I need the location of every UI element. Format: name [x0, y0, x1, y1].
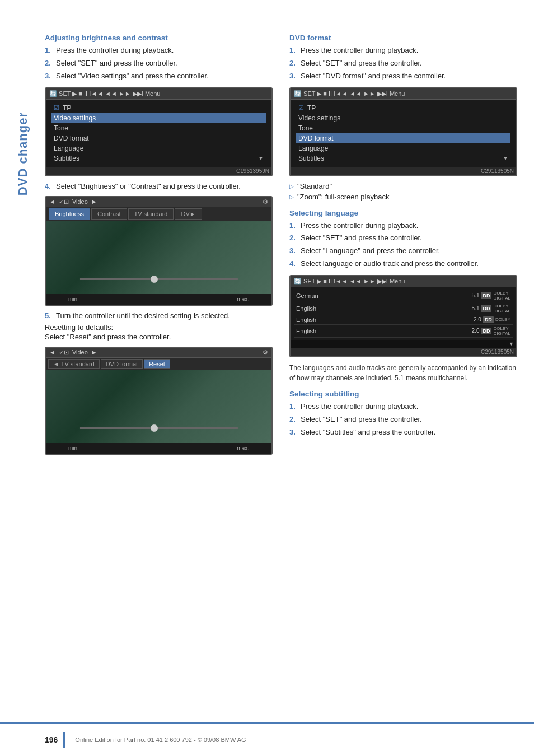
tab-tv-standard[interactable]: TV standard: [128, 208, 174, 220]
main-content: Adjusting brightness and contrast 1. Pre…: [45, 17, 517, 460]
section-title-language: Selecting language: [289, 209, 517, 217]
scroll-arrow: ▼: [258, 155, 264, 161]
menu-item-label: Tone: [54, 124, 68, 132]
step-num: 2.: [289, 414, 297, 425]
menu-item-label: Tone: [298, 124, 313, 132]
tab-tv-standard-reset[interactable]: ◄ TV standard: [48, 359, 100, 369]
arrow-icon: ▷: [289, 194, 294, 200]
menu-item-label: Language: [298, 144, 328, 152]
dolby-badge: DD: [481, 305, 491, 312]
step-num: 1.: [289, 402, 297, 412]
step-text: Turn the controller until the desired se…: [56, 311, 230, 320]
toolbar-right-arrow: ►: [91, 349, 97, 356]
tab-brightness[interactable]: Brightness: [49, 208, 90, 220]
arrow-item: ▷ "Standard": [289, 182, 517, 190]
tab-dv[interactable]: DV►: [175, 208, 202, 220]
lang-screen-footer: ▼: [291, 340, 516, 348]
screen-brightness: ◄ ✓⊡ Video ► ⚙ Brightness Contrast TV st…: [45, 196, 273, 306]
step-num: 2.: [45, 58, 53, 69]
step-text: Select language or audio track and press…: [301, 259, 479, 269]
channel-count: 2.0: [472, 328, 480, 334]
footer-text: Online Edition for Part no. 01 41 2 600 …: [75, 736, 246, 743]
step-text: Select "SET" and press the controller.: [301, 58, 422, 69]
toolbar-right-arrow: ►: [91, 198, 97, 205]
reset-slider-track: [79, 427, 237, 429]
toolbar-text: 🔄 SET ▶ ■ II I◄◄ ◄◄ ►► ▶▶I Menu: [294, 90, 405, 97]
dolby-text: DOLBYDIGITAL: [493, 304, 510, 314]
dolby-text: DOLBYDIGITAL: [493, 326, 510, 336]
step-text: Select "Language" and press the controll…: [301, 246, 440, 256]
step-text: Select "DVD format" and press the contro…: [301, 71, 446, 82]
reset-video-preview: [46, 370, 271, 443]
language-steps: 1. Press the controller during playback.…: [289, 221, 517, 269]
list-item: 1. Press the controller during playback.: [289, 45, 517, 56]
step-num: 5.: [45, 311, 53, 320]
list-item: 3. Select "Video settings" and press the…: [45, 71, 273, 82]
reset-slider-handle[interactable]: [151, 424, 158, 432]
tab-dvd-format-reset[interactable]: DVD format: [101, 359, 143, 369]
list-item: 4. Select language or audio track and pr…: [289, 259, 517, 269]
section-title-dvd-format: DVD format: [289, 34, 517, 42]
menu-item: Video settings: [296, 113, 510, 123]
lang-badge: 2.0 DD DOLBY: [474, 316, 510, 323]
step-num: 3.: [289, 71, 297, 82]
menu-item: DVD format: [51, 133, 266, 143]
scroll-arrow: ▼: [503, 155, 508, 161]
menu-item: ☑ TP: [296, 103, 510, 113]
lang-row: German 5.1 DD DOLBYDIGITAL: [294, 290, 513, 302]
section-title-brightness: Adjusting brightness and contrast: [45, 34, 273, 42]
toolbar-title: Video: [72, 198, 88, 205]
dolby-text: DOLBY: [495, 317, 510, 322]
channel-count: 5.1: [472, 305, 480, 311]
left-column: Adjusting brightness and contrast 1. Pre…: [45, 34, 273, 460]
step-text: Select "Video settings" and press the co…: [56, 71, 209, 82]
menu-item-label: Video settings: [298, 114, 340, 122]
toolbar-icon: ✓⊡: [59, 198, 69, 206]
settings-icon: ⚙: [263, 349, 268, 356]
list-item: 1. Press the controller during playback.: [45, 45, 273, 56]
screen-note-2: C29113505N: [291, 167, 516, 175]
scroll-arrow: ▼: [509, 341, 514, 347]
page-container: DVD changer Adjusting brightness and con…: [0, 0, 534, 756]
lang-name: English: [296, 316, 316, 323]
menu-item-highlighted: Video settings: [51, 113, 266, 123]
check-icon: ☑: [298, 104, 304, 111]
step-num: 4.: [289, 259, 297, 269]
menu-item: ☑ TP: [51, 103, 266, 113]
channel-count: 2.0: [474, 316, 481, 323]
dolby-badge: DD: [483, 316, 494, 323]
step-text: Select "SET" and press the controller.: [56, 58, 177, 69]
subtitling-steps: 1. Press the controller during playback.…: [289, 402, 517, 438]
menu-item: Tone: [51, 123, 266, 133]
arrow-text: "Zoom": full-screen playback: [297, 193, 390, 201]
step-text: Select "Subtitles" and press the control…: [301, 427, 435, 438]
max-label: max.: [237, 445, 249, 451]
step-num: 3.: [289, 246, 297, 256]
screen-note-lang: C29113505N: [291, 348, 516, 356]
step5: 5. Turn the controller until the desired…: [45, 311, 273, 320]
step-text: Press the controller during playback.: [301, 45, 418, 56]
brightness-slider-track: [79, 278, 237, 280]
step-num: 2.: [289, 233, 297, 244]
brightness-steps-list: 1. Press the controller during playback.…: [45, 45, 273, 82]
brightness-slider-handle[interactable]: [151, 276, 158, 283]
menu-item-label: Video settings: [54, 114, 96, 122]
footer: 196 Online Edition for Part no. 01 41 2 …: [0, 722, 534, 756]
menu-item-highlighted: DVD format: [296, 133, 510, 143]
tab-reset[interactable]: Reset: [144, 359, 170, 369]
video-toolbar: ◄ ✓⊡ Video ► ⚙: [46, 197, 271, 207]
lang-toolbar: 🔄 SET ▶ ■ II I◄◄ ◄◄ ►► ▶▶I Menu: [291, 276, 516, 287]
menu-item: Subtitles ▼: [51, 153, 266, 164]
list-item: 3. Select "Subtitles" and press the cont…: [289, 427, 517, 438]
step-num: 1.: [289, 45, 297, 56]
toolbar-left-arrow: ◄: [49, 349, 55, 356]
step-num: 2.: [289, 58, 297, 69]
min-label: min.: [68, 445, 79, 451]
lang-row: English 2.0 DD DOLBYDIGITAL: [294, 325, 513, 338]
step-text: Select "Brightness" or "Contrast" and pr…: [56, 182, 241, 190]
step-text: Select "SET" and press the controller.: [301, 233, 422, 244]
lang-badge: 5.1 DD DOLBYDIGITAL: [472, 304, 510, 314]
tab-contrast[interactable]: Contrast: [91, 208, 127, 220]
dolby-badge: DD: [481, 292, 491, 299]
toolbar-left-arrow: ◄: [49, 198, 55, 205]
